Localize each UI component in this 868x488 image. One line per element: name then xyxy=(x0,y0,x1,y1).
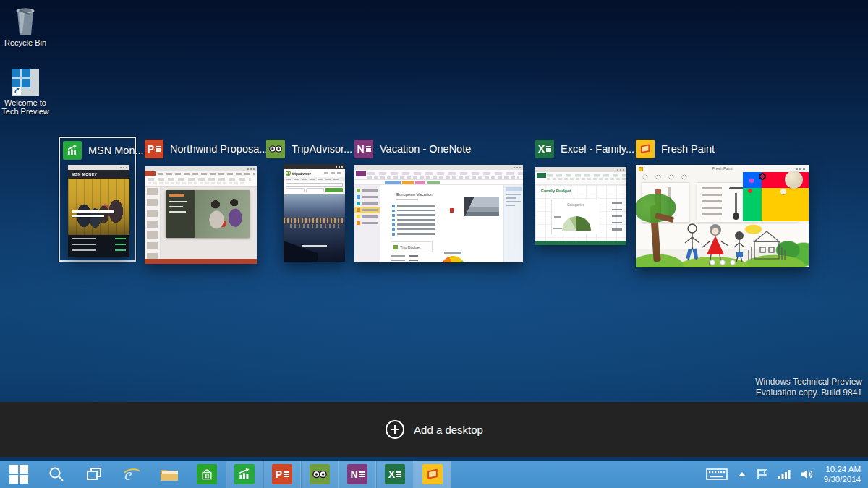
ta-header: tripadvisor xyxy=(284,169,345,177)
taskbar-app-fresh-paint[interactable] xyxy=(414,461,451,488)
shortcut-arrow-icon xyxy=(13,87,21,95)
powerpoint-icon: P xyxy=(272,464,292,484)
touch-keyboard-button[interactable] xyxy=(706,467,728,481)
ppt-ribbon xyxy=(145,176,257,187)
task-view-window-tripadvisor[interactable]: TripAdvisor... tripadvisor xyxy=(265,137,346,262)
chart-label xyxy=(553,228,562,229)
onenote-notebook-list xyxy=(354,185,380,262)
excel-chart: Categories xyxy=(551,200,600,234)
taskbar-app-tripadvisor[interactable] xyxy=(301,461,339,488)
ta-search-button xyxy=(326,188,343,192)
start-icon xyxy=(9,465,28,484)
ppt-canvas xyxy=(161,187,257,259)
taskbar-app-excel[interactable]: X xyxy=(376,461,414,488)
desktop-icon-welcome[interactable]: Welcome to Tech Preview xyxy=(0,69,51,116)
ppt-slide-photo xyxy=(195,190,250,238)
msn-money-thumbnail[interactable]: MSN MONEY xyxy=(68,165,129,257)
store-button[interactable] xyxy=(188,461,226,488)
task-view-window-msn-money[interactable]: MSN Mon... MSN MONEY xyxy=(59,137,136,262)
paint-well xyxy=(785,171,803,189)
task-view-button[interactable] xyxy=(75,461,113,488)
budget-table-values xyxy=(409,255,418,262)
desktop-icon-label: Recycle Bin xyxy=(4,38,46,47)
internet-explorer-button[interactable]: e xyxy=(113,461,150,488)
task-view-window-fresh-paint[interactable]: Fresh Paint Fresh Paint xyxy=(634,137,809,268)
budget-table-labels xyxy=(391,255,405,262)
window-controls xyxy=(803,168,805,170)
fresh-paint-icon xyxy=(422,464,443,484)
speaker-icon xyxy=(801,468,814,480)
thumb-titlebar xyxy=(535,167,626,172)
tripadvisor-thumbnail[interactable]: tripadvisor xyxy=(284,164,345,262)
onenote-icon: N xyxy=(354,140,373,158)
taskbar-app-powerpoint[interactable]: P xyxy=(263,461,301,488)
brush xyxy=(735,193,737,218)
excel-file-tab xyxy=(537,173,546,178)
ta-search-area xyxy=(284,181,345,194)
ppt-status-bar xyxy=(145,259,257,264)
powerpoint-thumbnail[interactable] xyxy=(145,166,257,264)
value-column xyxy=(612,202,622,231)
ppt-slide xyxy=(166,190,250,238)
section-tab xyxy=(415,181,425,184)
powerpoint-icon: P xyxy=(145,140,163,158)
section-tab xyxy=(402,181,414,184)
water-reflection xyxy=(290,224,342,228)
excel-thumbnail[interactable]: Family Budget Categories xyxy=(535,167,626,245)
msn-header: MSN MONEY xyxy=(68,170,129,179)
tripadvisor-owl-icon xyxy=(286,171,291,176)
file-explorer-button[interactable] xyxy=(150,461,188,488)
window-header: MSN Mon... xyxy=(63,140,144,160)
window-header: TripAdvisor... xyxy=(266,139,352,159)
system-tray: 10:24 AM 9/30/2014 xyxy=(706,461,868,488)
desktop-icon-recycle-bin[interactable]: Recycle Bin xyxy=(0,6,51,47)
msn-caption-line xyxy=(72,215,104,218)
taskbar-app-msn-money[interactable] xyxy=(226,461,263,488)
notebook-row xyxy=(354,213,380,220)
pie-chart-title xyxy=(444,252,461,254)
onenote-right-panel xyxy=(503,185,523,262)
notebook-row xyxy=(354,187,380,194)
excel-grid: Family Budget Categories xyxy=(535,185,626,241)
foreground-rock xyxy=(284,236,318,262)
ticker-values xyxy=(115,238,126,254)
watermark-line1: Windows Technical Preview xyxy=(755,377,862,388)
ppt-slide-text-panel xyxy=(166,190,195,238)
desktop: Recycle Bin Welcome to Tech Preview MSN … xyxy=(0,0,868,488)
search-icon xyxy=(48,466,65,483)
volume-button[interactable] xyxy=(801,468,814,480)
clock[interactable]: 10:24 AM 9/30/2014 xyxy=(824,464,861,484)
network-button[interactable] xyxy=(778,469,791,479)
taskbar: e xyxy=(0,461,868,488)
ppt-slide-rail xyxy=(145,187,161,259)
ta-header-links xyxy=(324,172,343,174)
toolbar-buttons xyxy=(642,174,688,180)
taskbar-app-onenote[interactable]: N xyxy=(339,461,376,488)
onenote-page: European Vacation Trip Budget xyxy=(380,185,503,262)
sheet-title: Family Budget xyxy=(541,189,571,193)
notebook-row-selected xyxy=(354,207,380,213)
ta-search-input xyxy=(286,183,343,187)
network-signal-icon xyxy=(778,469,791,479)
start-button[interactable] xyxy=(0,461,38,488)
task-view-window-onenote[interactable]: N Vacation - OneNote xyxy=(353,137,523,263)
checklist-boxes xyxy=(392,205,395,236)
task-view-window-excel[interactable]: X Excel - Family... Family Budget Catego… xyxy=(534,137,628,246)
action-center-button[interactable] xyxy=(757,468,768,480)
msn-money-icon xyxy=(234,464,255,484)
fresh-paint-thumbnail[interactable]: Fresh Paint xyxy=(636,165,809,267)
msn-ticker-footer xyxy=(68,235,129,257)
task-view-window-powerpoint[interactable]: P Northwind Proposa... xyxy=(143,137,259,265)
desktops-bar: Add a desktop xyxy=(0,402,868,457)
ta-hero-photo xyxy=(284,194,345,262)
search-button[interactable] xyxy=(38,461,75,488)
show-hidden-icons-button[interactable] xyxy=(738,471,746,477)
section-tab xyxy=(385,181,401,184)
store-icon xyxy=(197,464,217,484)
tripadvisor-icon xyxy=(310,464,330,484)
city-lights xyxy=(284,218,345,223)
onenote-thumbnail[interactable]: European Vacation Trip Budget xyxy=(354,165,523,262)
add-desktop-button[interactable]: Add a desktop xyxy=(385,419,483,440)
thumb-titlebar xyxy=(284,164,345,169)
build-watermark: Windows Technical Preview Evaluation cop… xyxy=(755,377,862,398)
